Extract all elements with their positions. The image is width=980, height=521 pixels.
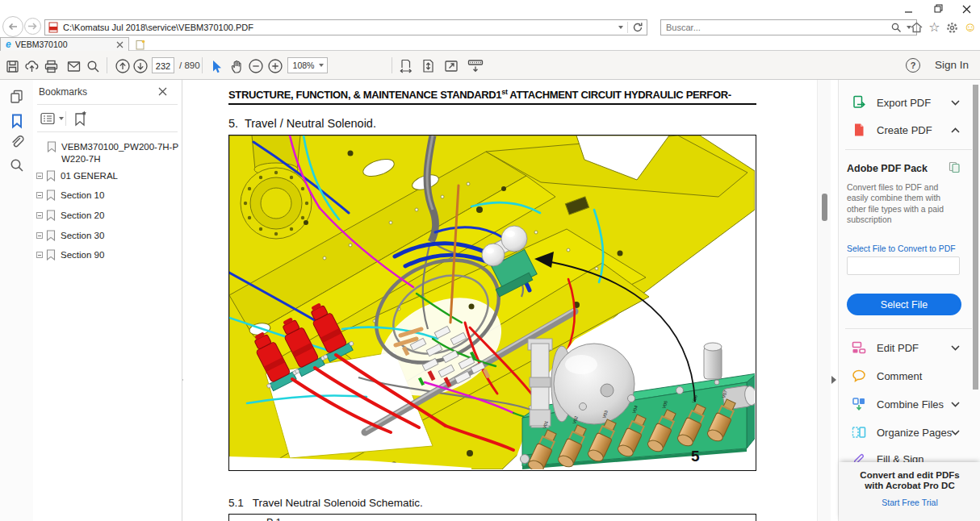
minus-circle-icon [248,58,264,74]
fullscreen-button[interactable] [442,57,460,75]
section-heading: 5. Travel / Neutral Solenoid. [228,117,376,130]
comment-icon [852,369,866,383]
next-page-button[interactable] [132,57,149,75]
pdf-page: STRUCTURE, FUNCTION, & MAINTENANCE STAND… [183,80,817,521]
tab-title: VEBM370100 [15,40,112,49]
toolbar-toggle-icon [467,58,484,74]
zoom-level-dropdown[interactable]: 108% [287,57,328,73]
document-scrollbar[interactable] [817,80,831,521]
window-titlebar [0,0,980,18]
select-file-link[interactable]: Select File to Convert to PDF [847,244,956,253]
new-tab-button[interactable] [132,39,149,50]
hand-tool-button[interactable] [228,57,245,75]
help-glyph: ? [911,60,916,70]
expand-box-icon[interactable] [36,173,43,179]
search-box[interactable] [660,19,917,35]
tool-combine-files[interactable]: Combine Files [839,394,980,415]
toolbar-toggle-button[interactable] [467,57,484,75]
find-icon [86,59,101,74]
print-icon [44,59,59,74]
bookmark-item-section30[interactable]: Section 30 [33,230,182,242]
expand-box-icon[interactable] [36,232,43,239]
magnifier-icon [9,157,25,173]
tool-create-pdf[interactable]: Create PDF [839,119,980,140]
attachments-panel-button[interactable] [9,135,25,151]
feedback-smiley-icon[interactable]: ☺ [964,21,977,34]
tool-label: Comment [877,370,922,382]
expand-panel-handle[interactable] [831,376,836,384]
bookmark-item-section90[interactable]: Section 90 [33,249,182,261]
fit-width-button[interactable] [397,57,415,75]
page-number-input[interactable] [153,59,174,73]
favorites-star-icon[interactable]: ☆ [928,21,940,34]
email-button[interactable] [65,57,82,75]
bookmarks-panel-button[interactable] [9,113,25,129]
figure-illustration: V01 V02 V03 V04 V05 V06 V07 5 [229,135,755,469]
page-number-field[interactable] [152,57,174,73]
tab-close-icon[interactable] [116,41,124,48]
expand-box-icon[interactable] [36,212,43,219]
pdf-pack-title: Adobe PDF Pack [847,163,928,174]
zoom-out-button[interactable] [247,57,265,75]
chevron-down-icon [951,100,960,106]
home-icon[interactable] [910,21,923,34]
minimize-button[interactable] [899,2,917,15]
address-dropdown-icon[interactable] [618,26,623,29]
bookmark-label: VEBM370100_PW200-7H-PW220-7H [61,141,179,165]
previous-page-button[interactable] [114,57,132,75]
sidebar-icon-strip [0,80,33,521]
find-button[interactable] [84,57,102,75]
convert-file-input[interactable] [847,256,960,275]
expand-box-icon[interactable] [36,192,43,198]
close-button[interactable] [957,2,975,15]
search-panel-button[interactable] [9,157,25,173]
bookmarks-close-button[interactable] [158,87,167,96]
page-thumbnails-button[interactable] [9,89,25,105]
panel-scrollbar-thumb[interactable] [973,85,978,390]
back-button[interactable] [2,16,23,37]
tool-label: Edit PDF [877,342,919,354]
bookmark-options-button[interactable] [40,112,64,125]
start-free-trial-link[interactable]: Start Free Trial [839,498,980,507]
tool-label: Export PDF [877,97,931,109]
bookmark-item-root[interactable]: VEBM370100_PW200-7H-PW220-7H [33,141,182,165]
save-button[interactable] [3,57,21,75]
restore-button[interactable] [930,2,948,15]
refresh-icon[interactable] [632,22,643,33]
select-tool-button[interactable] [207,57,224,75]
chevron-down-icon [951,430,960,436]
zoom-in-button[interactable] [266,57,284,75]
tab-bar: e VEBM370100 [0,37,980,51]
search-input[interactable] [666,23,891,32]
organize-pages-icon [852,425,866,440]
paperclip-icon [9,135,25,151]
edit-pdf-icon [852,340,866,355]
expand-box-icon[interactable] [36,252,43,258]
forward-button[interactable] [24,18,41,35]
help-button[interactable]: ? [906,58,920,73]
bookmark-item-section20[interactable]: Section 20 [33,210,182,222]
tool-organize-pages[interactable]: Organize Pages [839,422,980,443]
tab-vebm370100[interactable]: e VEBM370100 [0,37,129,51]
select-file-button[interactable]: Select File [847,294,961,315]
minimize-icon [904,5,913,14]
page-down-icon [132,58,149,74]
bookmark-item-section10[interactable]: Section 10 [33,190,182,202]
search-icon[interactable] [891,23,902,33]
tool-comment[interactable]: Comment [839,365,980,386]
settings-gear-icon[interactable] [945,21,959,35]
print-button[interactable] [42,57,60,75]
fit-page-button[interactable] [420,57,438,75]
bookmarks-panel: Bookmarks [33,80,182,521]
document-scrollbar-thumb[interactable] [822,194,827,221]
bookmark-icon [9,113,25,129]
address-bar[interactable] [44,19,647,35]
locate-bookmark-button[interactable] [72,110,90,127]
tool-edit-pdf[interactable]: Edit PDF [839,337,980,358]
share-button[interactable] [23,57,40,75]
sign-in-button[interactable]: Sign In [935,59,969,71]
export-pdf-icon [852,95,866,110]
address-input[interactable] [63,23,618,32]
bookmark-item-general[interactable]: 01 GENERAL [33,170,182,182]
tool-export-pdf[interactable]: Export PDF [839,92,980,113]
